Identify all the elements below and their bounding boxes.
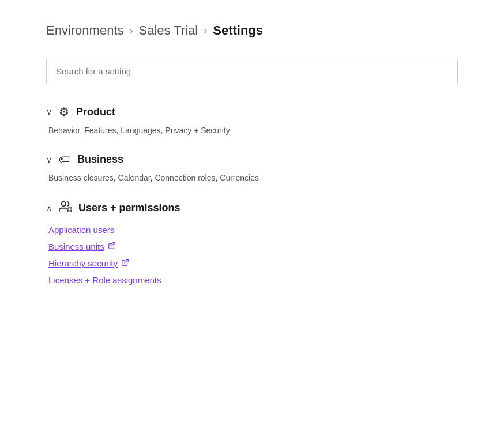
section-users-permissions: ∧ Users + permissions Application users …: [46, 200, 458, 288]
section-product-header[interactable]: ∨ ⚙ Product: [46, 105, 458, 119]
list-item: Application users: [48, 222, 458, 238]
section-product: ∨ ⚙ Product Behavior, Features, Language…: [46, 105, 458, 137]
breadcrumb-separator-2: ›: [204, 25, 207, 37]
breadcrumb-environments[interactable]: Environments: [46, 23, 124, 38]
section-business-subtitle: Business closures, Calendar, Connection …: [46, 172, 458, 184]
svg-line-5: [125, 260, 128, 263]
list-item: Hierarchy security: [48, 255, 458, 272]
section-product-subtitle: Behavior, Features, Languages, Privacy +…: [46, 125, 458, 137]
hierarchy-security-link[interactable]: Hierarchy security: [48, 258, 118, 268]
external-link-business-icon: [108, 242, 116, 251]
section-product-title: Product: [76, 106, 115, 118]
breadcrumb: Environments › Sales Trial › Settings: [46, 23, 458, 38]
chevron-product-icon: ∨: [46, 107, 52, 117]
search-container: [46, 59, 458, 84]
section-users-header[interactable]: ∧ Users + permissions: [46, 200, 458, 216]
list-item: Business units: [48, 238, 458, 255]
list-item: Licenses + Role assignments: [48, 272, 458, 288]
search-input[interactable]: [56, 66, 448, 76]
section-users-items: Application users Business units Hierarc…: [46, 222, 458, 288]
licenses-roles-link[interactable]: Licenses + Role assignments: [48, 275, 161, 285]
section-business-title: Business: [77, 153, 123, 166]
chevron-business-icon: ∨: [46, 155, 52, 164]
svg-point-0: [62, 202, 66, 206]
breadcrumb-separator-1: ›: [130, 25, 133, 37]
breadcrumb-settings: Settings: [213, 23, 263, 38]
breadcrumb-sales-trial[interactable]: Sales Trial: [139, 23, 198, 38]
business-units-link[interactable]: Business units: [48, 242, 104, 251]
briefcase-icon: 🏷: [59, 153, 70, 166]
chevron-users-icon: ∧: [46, 204, 52, 213]
section-users-title: Users + permissions: [78, 202, 180, 214]
svg-line-4: [111, 243, 115, 246]
users-icon: [59, 200, 72, 216]
section-business-header[interactable]: ∨ 🏷 Business: [46, 153, 458, 166]
external-link-hierarchy-icon: [121, 258, 129, 268]
gear-icon: ⚙: [59, 105, 69, 119]
section-business: ∨ 🏷 Business Business closures, Calendar…: [46, 153, 458, 184]
application-users-link[interactable]: Application users: [48, 225, 114, 235]
